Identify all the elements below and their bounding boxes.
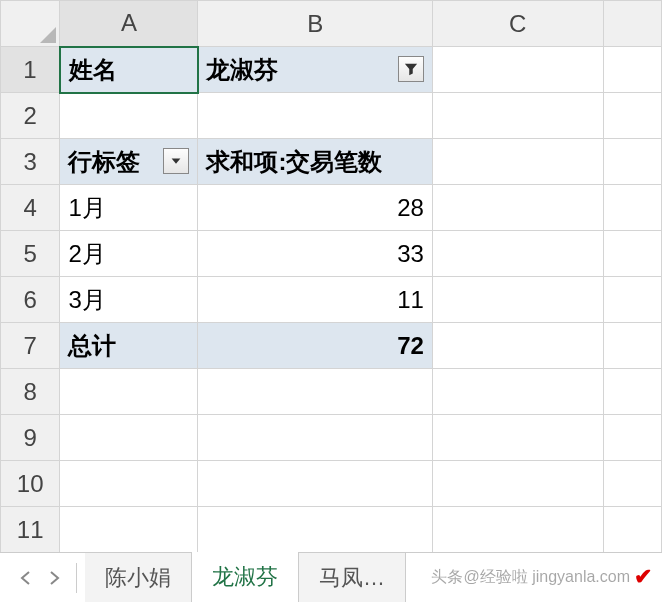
cell-D7[interactable] (603, 323, 661, 369)
row-header-2[interactable]: 2 (1, 93, 60, 139)
cell-C2[interactable] (432, 93, 603, 139)
sheet-tab-bar: 陈小娟 龙淑芬 马凤… (0, 552, 662, 602)
sheet-tab-active[interactable]: 龙淑芬 (192, 552, 299, 602)
select-all-triangle (40, 27, 56, 43)
cell-D1[interactable] (603, 47, 661, 93)
filter-value-text: 龙淑芬 (206, 56, 278, 83)
cell-C6[interactable] (432, 277, 603, 323)
cell-A2[interactable] (60, 93, 198, 139)
cell-C11[interactable] (432, 507, 603, 553)
pivot-row-value[interactable]: 28 (198, 185, 432, 231)
cell-A8[interactable] (60, 369, 198, 415)
cell-D2[interactable] (603, 93, 661, 139)
cell-B8[interactable] (198, 369, 432, 415)
row-header-9[interactable]: 9 (1, 415, 60, 461)
row-header-1[interactable]: 1 (1, 47, 60, 93)
cell-D3[interactable] (603, 139, 661, 185)
cell-D8[interactable] (603, 369, 661, 415)
chevron-left-icon (20, 571, 32, 585)
cell-C5[interactable] (432, 231, 603, 277)
column-header-A[interactable]: A (60, 1, 198, 47)
row-header-3[interactable]: 3 (1, 139, 60, 185)
row-header-4[interactable]: 4 (1, 185, 60, 231)
pivot-total-value[interactable]: 72 (198, 323, 432, 369)
column-header-B[interactable]: B (198, 1, 432, 47)
cell-C10[interactable] (432, 461, 603, 507)
row-header-6[interactable]: 6 (1, 277, 60, 323)
cell-D10[interactable] (603, 461, 661, 507)
row-header-7[interactable]: 7 (1, 323, 60, 369)
cell-D9[interactable] (603, 415, 661, 461)
pivot-row-value[interactable]: 33 (198, 231, 432, 277)
column-header-D[interactable] (603, 1, 661, 47)
cell-C4[interactable] (432, 185, 603, 231)
cell-B9[interactable] (198, 415, 432, 461)
chevron-right-icon (48, 571, 60, 585)
pivot-value-header[interactable]: 求和项:交易笔数 (198, 139, 432, 185)
tab-nav-next-button[interactable] (40, 558, 68, 598)
cell-C1[interactable] (432, 47, 603, 93)
filter-dropdown-button[interactable] (398, 56, 424, 82)
sheet-tab[interactable]: 陈小娟 (85, 553, 192, 603)
row-label-dropdown-button[interactable] (163, 148, 189, 174)
filter-field-label[interactable]: 姓名 (60, 47, 198, 93)
pivot-row-label[interactable]: 3月 (60, 277, 198, 323)
pivot-row-label-header[interactable]: 行标签 (60, 139, 198, 185)
cell-C7[interactable] (432, 323, 603, 369)
cell-A9[interactable] (60, 415, 198, 461)
pivot-row-value[interactable]: 11 (198, 277, 432, 323)
chevron-down-icon (169, 154, 183, 168)
pivot-row-label[interactable]: 1月 (60, 185, 198, 231)
cell-B11[interactable] (198, 507, 432, 553)
filter-icon (404, 62, 418, 76)
cell-C9[interactable] (432, 415, 603, 461)
filter-value-cell[interactable]: 龙淑芬 (198, 47, 432, 93)
row-header-5[interactable]: 5 (1, 231, 60, 277)
cell-D11[interactable] (603, 507, 661, 553)
tab-nav-controls (0, 558, 68, 598)
row-header-8[interactable]: 8 (1, 369, 60, 415)
select-all-corner[interactable] (1, 1, 60, 47)
cell-D6[interactable] (603, 277, 661, 323)
cell-C8[interactable] (432, 369, 603, 415)
tab-nav-prev-button[interactable] (12, 558, 40, 598)
cell-A11[interactable] (60, 507, 198, 553)
cell-A10[interactable] (60, 461, 198, 507)
spreadsheet-grid[interactable]: A B C 1 姓名 龙淑芬 2 3 行标签 求和项:交易笔数 (0, 0, 662, 553)
row-header-10[interactable]: 10 (1, 461, 60, 507)
row-label-text: 行标签 (68, 148, 140, 175)
pivot-total-label[interactable]: 总计 (60, 323, 198, 369)
column-header-C[interactable]: C (432, 1, 603, 47)
cell-D4[interactable] (603, 185, 661, 231)
pivot-row-label[interactable]: 2月 (60, 231, 198, 277)
cell-D5[interactable] (603, 231, 661, 277)
sheet-tab[interactable]: 马凤… (299, 553, 406, 603)
cell-C3[interactable] (432, 139, 603, 185)
tab-separator (76, 563, 77, 593)
cell-B10[interactable] (198, 461, 432, 507)
row-header-11[interactable]: 11 (1, 507, 60, 553)
cell-B2[interactable] (198, 93, 432, 139)
